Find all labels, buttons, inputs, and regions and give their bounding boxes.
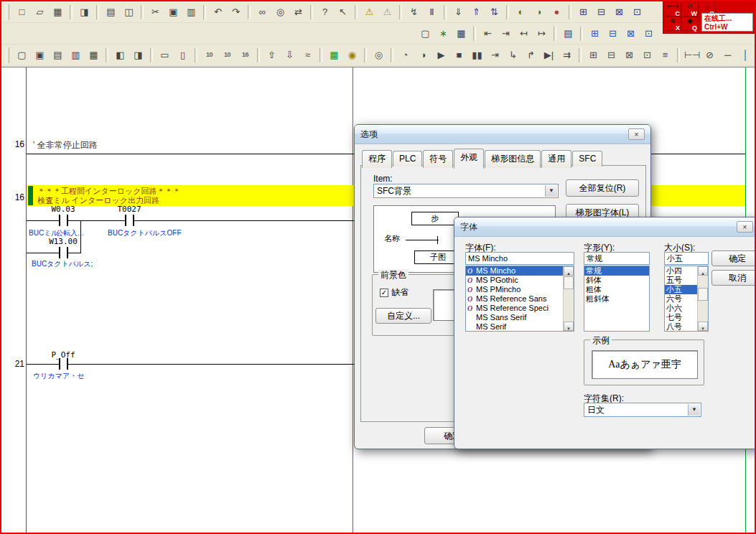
window-grid-4-button[interactable]: ⊡ [629, 4, 645, 20]
tab-程序[interactable]: 程序 [362, 150, 392, 168]
stop-button[interactable]: ■ [451, 47, 467, 63]
data-trace-button[interactable]: ◎ [370, 47, 387, 63]
context-help-button[interactable]: ↖ [335, 4, 351, 20]
pause-monitor-button[interactable]: Ⅱ [424, 4, 440, 20]
frame-all-button[interactable]: ⊞ [585, 47, 602, 63]
contact-P-Off[interactable] [59, 358, 68, 370]
custom-color-button[interactable]: 自定义... [375, 308, 431, 324]
compile-all-button[interactable]: ⚠ [379, 4, 396, 20]
find-button[interactable]: ∞ [254, 4, 271, 20]
close-icon[interactable] [737, 221, 753, 233]
differential-monitor-button[interactable]: ◉ [344, 47, 360, 63]
pause-button[interactable]: ▮▮ [469, 47, 485, 63]
tab-SFC[interactable]: SFC [572, 151, 602, 167]
window-grid-1-button[interactable]: ⊞ [575, 4, 592, 20]
scrollbar-thumb[interactable] [698, 288, 708, 301]
tab-通用[interactable]: 通用 [541, 150, 571, 168]
replace-button[interactable]: ⇄ [290, 4, 307, 20]
charset-combobox[interactable]: 日文 [584, 403, 701, 417]
insert-horizontal-line-button[interactable]: ─ [719, 47, 736, 63]
monitor-hex-button[interactable]: 16 [237, 47, 253, 63]
toolbar-handle[interactable] [6, 4, 9, 20]
font-dialog-titlebar[interactable]: 字体 [454, 217, 756, 237]
pause-monitoring-button[interactable]: ◔ [397, 47, 414, 63]
step-run-button[interactable]: ⇥ [487, 47, 503, 63]
insert-contact-button[interactable]: ⊢⊣ [683, 47, 700, 63]
window-grid-2-button[interactable]: ⊟ [593, 4, 610, 20]
print-button[interactable]: ▤ [103, 4, 119, 20]
grid-view-button[interactable]: ▦ [453, 25, 470, 42]
address-reference-button[interactable]: ▤ [560, 25, 577, 42]
program-mode-button[interactable]: ● [549, 4, 565, 20]
tab-PLC[interactable]: PLC [393, 151, 422, 167]
redo-button[interactable]: ↷ [228, 4, 244, 20]
memory-view-button[interactable]: ⊠ [622, 25, 639, 42]
set-values-button[interactable]: ▦ [326, 47, 342, 63]
compile-button[interactable]: ⚠ [361, 4, 378, 20]
go-back-button[interactable]: ⇤ [480, 25, 496, 42]
scroll-up-icon[interactable] [698, 266, 708, 276]
toggle-address-window-button[interactable]: ▦ [85, 47, 102, 63]
run-button[interactable]: ▶ [433, 47, 449, 63]
scan-run-button[interactable]: ⇉ [559, 47, 575, 63]
find-report-button[interactable]: ◨ [76, 4, 93, 20]
open-button[interactable]: ▱ [32, 4, 48, 20]
scroll-up-icon[interactable] [564, 266, 574, 276]
copy-button[interactable]: ▣ [165, 4, 182, 20]
force-off-button[interactable]: ⇩ [281, 47, 298, 63]
monitor-signed-decimal-button[interactable]: 10 [219, 47, 235, 63]
compare-with-plc-button[interactable]: ⇅ [486, 4, 503, 20]
font-name-input[interactable]: MS Mincho [465, 252, 574, 265]
frame-horizontal-button[interactable]: ⊟ [603, 47, 620, 63]
font-style-list[interactable]: 常规斜体粗体粗斜体 [584, 266, 650, 332]
toggle-output-window-button[interactable]: ▣ [32, 47, 48, 63]
font-name-list[interactable]: OMS MinchoOMS PGothicOMS PMinchoOMS Refe… [465, 266, 574, 332]
zoom-in-button[interactable]: ◧ [112, 47, 129, 63]
frame-cross-button[interactable]: ⊠ [621, 47, 638, 63]
options-dialog-titlebar[interactable]: 选项 [355, 125, 650, 144]
list-item-粗斜体[interactable]: 粗斜体 [584, 294, 649, 304]
list-item-MS Reference Sans[interactable]: OMS Reference Sans [466, 294, 574, 304]
chevron-down-icon[interactable] [545, 185, 557, 197]
reset-all-button[interactable]: 全部复位(R) [566, 179, 639, 197]
symbol-table-button[interactable]: ⊟ [605, 25, 621, 42]
go-forward-button[interactable]: ⇥ [498, 25, 514, 42]
list-item-斜体[interactable]: 斜体 [584, 276, 649, 285]
list-item-MS Mincho[interactable]: OMS Mincho [466, 266, 574, 276]
cut-button[interactable]: ✂ [147, 4, 164, 20]
prev-address-button[interactable]: ↤ [515, 25, 532, 42]
view-symbols-button[interactable]: ▢ [417, 25, 434, 42]
toggle-watch-window-button[interactable]: ▤ [50, 47, 66, 63]
list-item-粗体[interactable]: 粗体 [584, 285, 649, 294]
download-to-plc-button[interactable]: ⇓ [450, 4, 467, 20]
contact-W0-03[interactable] [59, 215, 68, 226]
new-button[interactable]: □ [14, 4, 30, 20]
zoom-out-button[interactable]: ◨ [130, 47, 146, 63]
time-chart-monitor-button[interactable]: ◑ [415, 47, 431, 63]
frame-dot-button[interactable]: ⊡ [639, 47, 655, 63]
continuous-step-button[interactable]: ▶| [541, 47, 557, 63]
toggle-project-window-button[interactable]: ▢ [14, 47, 30, 63]
list-item-MS Reference Speci[interactable]: OMS Reference Speci [466, 304, 574, 313]
font-size-input[interactable]: 小五 [664, 252, 709, 265]
tab-符号[interactable]: 符号 [423, 150, 453, 168]
scroll-down-icon[interactable] [698, 322, 708, 331]
plc-settings-button[interactable]: ⊡ [640, 25, 657, 42]
monitor-mode-button[interactable]: ◑ [531, 4, 547, 20]
print-preview-button[interactable]: ◫ [121, 4, 137, 20]
mnemonic-view-button[interactable]: ▭ [157, 47, 173, 63]
next-address-button[interactable]: ↦ [533, 25, 550, 42]
shortcut-key-W[interactable]: ⊘W [681, 2, 699, 17]
font-list-scrollbar[interactable] [563, 266, 574, 331]
list-item-常规[interactable]: 常规 [584, 266, 649, 276]
online-edit-button[interactable]: ∗ [435, 25, 452, 42]
toggle-cross-ref-button[interactable]: ▥ [67, 47, 84, 63]
save-button[interactable]: ▦ [50, 4, 66, 20]
chevron-down-icon[interactable] [688, 404, 700, 416]
upload-from-plc-button[interactable]: ⇑ [468, 4, 485, 20]
font-ok-button[interactable]: 确定 [711, 250, 756, 266]
rung-comment[interactable]: ' 全非常停止回路 [33, 139, 98, 151]
step-out-button[interactable]: ↱ [523, 47, 539, 63]
ladder-view-button[interactable]: ▯ [174, 47, 191, 63]
force-on-button[interactable]: ⇧ [263, 47, 280, 63]
